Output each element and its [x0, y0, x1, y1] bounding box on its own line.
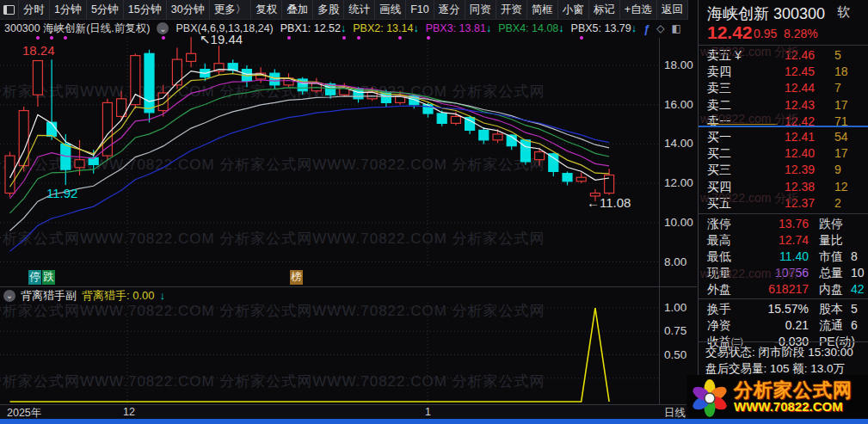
- stat-value: 8: [851, 249, 868, 263]
- bid-row-3[interactable]: 买三12.399: [699, 163, 868, 179]
- time-tick: 12: [123, 406, 135, 418]
- stat-label: 净资: [707, 318, 731, 334]
- menu-item-14[interactable]: 开资: [496, 0, 527, 19]
- menu-item-6[interactable]: 复权: [251, 0, 282, 19]
- ask-row-5[interactable]: 卖五 ¥12.465: [699, 48, 868, 65]
- ob-label: 买四: [707, 180, 731, 195]
- chevron-down-icon[interactable]: ⌄: [3, 290, 15, 302]
- price-axis: 18.0016.0014.0012.0010.008.00: [662, 38, 697, 268]
- site-logo: 分析家公式网 WWW.70822.COM: [686, 375, 868, 419]
- split-panel-icon[interactable]: ◧: [672, 22, 681, 34]
- marquee-fragment: 软: [837, 4, 850, 21]
- ob-label: 卖二: [707, 98, 731, 114]
- stat-row: 涨停13.76跌停: [699, 217, 868, 233]
- stat-label: 最低: [707, 249, 731, 265]
- ask-row-2[interactable]: 卖二12.4317: [699, 98, 868, 114]
- sub-indicator-header: ⌄ 背离猎手副 背离猎手: 0.00 ↓: [0, 288, 662, 303]
- stat-value: 10756: [742, 266, 809, 280]
- ob-volume: 18: [834, 65, 868, 78]
- indicator-name[interactable]: PBX(4,6,9,13,18,24): [175, 22, 273, 34]
- ob-price: 12.46: [746, 48, 815, 62]
- chevron-down-icon[interactable]: ⌄: [157, 22, 169, 34]
- menu-item-16[interactable]: 小窗: [558, 0, 589, 19]
- event-badge[interactable]: 跌: [42, 270, 55, 285]
- ob-label: 买二: [707, 146, 731, 162]
- pbx-value-4: PBX4: 14.08↓: [498, 22, 563, 34]
- bid-row-2[interactable]: 买二12.4017: [699, 146, 868, 163]
- stat-row: 最低11.40市值8: [699, 249, 868, 266]
- down-arrow-icon: ↓: [413, 22, 418, 34]
- bid-row-1[interactable]: 买一12.4154: [699, 130, 868, 146]
- sub-indicator-name[interactable]: 背离猎手副: [21, 288, 77, 304]
- stat-label: 市值: [819, 249, 843, 265]
- menu-item-1[interactable]: 1分钟: [50, 0, 87, 19]
- menu-item-8[interactable]: 多股: [313, 0, 344, 19]
- ob-volume: 7: [834, 81, 868, 95]
- stat-label: 跌停: [819, 217, 843, 232]
- stat-value: 10: [851, 266, 868, 280]
- ask-row-4[interactable]: 卖四12.4518: [699, 65, 868, 81]
- logo-site-name: 分析家公式网: [734, 381, 853, 400]
- menu-item-0[interactable]: 分时: [19, 0, 50, 19]
- sub-indicator-chart[interactable]: [0, 303, 659, 404]
- panel-divider: [699, 213, 868, 214]
- stat-row: 净资0.21流通6: [699, 318, 868, 335]
- ob-label: 卖五 ¥: [707, 48, 742, 64]
- menu-item-15[interactable]: 简框: [527, 0, 558, 19]
- ob-volume: 17: [834, 98, 868, 112]
- event-badge[interactable]: 榜: [290, 270, 303, 285]
- menu-item-19[interactable]: 返回: [657, 0, 688, 19]
- menu-item-12[interactable]: 逐分: [434, 0, 465, 19]
- axis-divider: [659, 38, 660, 404]
- menu-item-3[interactable]: 15分钟: [124, 0, 167, 19]
- menu-item-4[interactable]: 30分钟: [167, 0, 210, 19]
- menu-bar: 分时1分钟5分钟15分钟30分钟更多〉复权叠加多股统计画线F10逐分同资开资简框…: [0, 0, 688, 20]
- menu-item-7[interactable]: 叠加: [282, 0, 313, 19]
- price-tick: 16.00: [664, 98, 693, 111]
- flower-logo-icon: [690, 377, 729, 418]
- event-badge[interactable]: 停: [28, 270, 41, 285]
- ob-price: 12.41: [746, 130, 815, 144]
- ob-label: 买五: [707, 196, 731, 212]
- price-tick: 8.00: [664, 255, 686, 268]
- price-change: 0.95: [754, 27, 777, 40]
- bid-row-5[interactable]: 买五12.372: [699, 196, 868, 212]
- main-candlestick-chart[interactable]: [0, 38, 659, 268]
- ob-volume: 17: [834, 146, 868, 160]
- bid-row-4[interactable]: 买四12.3812: [699, 180, 868, 196]
- panel-divider: [699, 341, 868, 342]
- menu-item-17[interactable]: 标记: [589, 0, 620, 19]
- ob-price: 12.40: [746, 146, 815, 160]
- pbx-value-2: PBX2: 13.14↓: [353, 22, 418, 34]
- menu-item-9[interactable]: 统计: [344, 0, 375, 19]
- stat-label: 换手: [707, 302, 731, 317]
- symbol-label[interactable]: 300300 海峡创新(日线.前复权): [4, 22, 150, 36]
- stat-label: 内盘: [819, 282, 843, 298]
- window-layout-icon[interactable]: [0, 0, 19, 19]
- menu-item-2[interactable]: 5分钟: [87, 0, 124, 19]
- ask-row-1[interactable]: 卖一12.4271: [699, 114, 868, 131]
- menu-item-5[interactable]: 更多〉: [210, 0, 252, 19]
- menu-item-11[interactable]: F10: [406, 0, 434, 19]
- formula-icon[interactable]: ƒ: [643, 22, 649, 35]
- price-tick: 12.00: [664, 176, 693, 189]
- stock-title[interactable]: 海峡创新 300300: [707, 3, 825, 24]
- panel-divider: [699, 126, 868, 127]
- indicator-param-bar: 300300 海峡创新(日线.前复权) ⌄ PBX(4,6,9,13,18,24…: [0, 19, 701, 38]
- menu-item-10[interactable]: 画线: [375, 0, 406, 19]
- app-window: 分时1分钟5分钟15分钟30分钟更多〉复权叠加多股统计画线F10逐分同资开资简框…: [0, 0, 868, 424]
- ask-row-3[interactable]: 卖三12.447: [699, 81, 868, 97]
- diamond-icon[interactable]: ◇: [656, 22, 664, 34]
- ob-label: 卖一: [707, 114, 731, 130]
- menu-item-18[interactable]: +自选: [620, 0, 657, 19]
- down-arrow-icon: ↓: [558, 22, 563, 34]
- ob-price: 12.37: [746, 196, 815, 210]
- stat-label: 外盘: [707, 282, 731, 298]
- trading-status: 交易状态: 闭市阶段 15:30:00: [705, 345, 853, 360]
- menu-item-13[interactable]: 同资: [465, 0, 496, 19]
- ob-volume: 2: [834, 196, 868, 210]
- down-arrow-icon: ↓: [486, 22, 491, 34]
- ob-label: 卖四: [707, 65, 731, 80]
- last-price-marker: [707, 124, 778, 125]
- pbx-value-5: PBX5: 13.79↓: [571, 22, 637, 34]
